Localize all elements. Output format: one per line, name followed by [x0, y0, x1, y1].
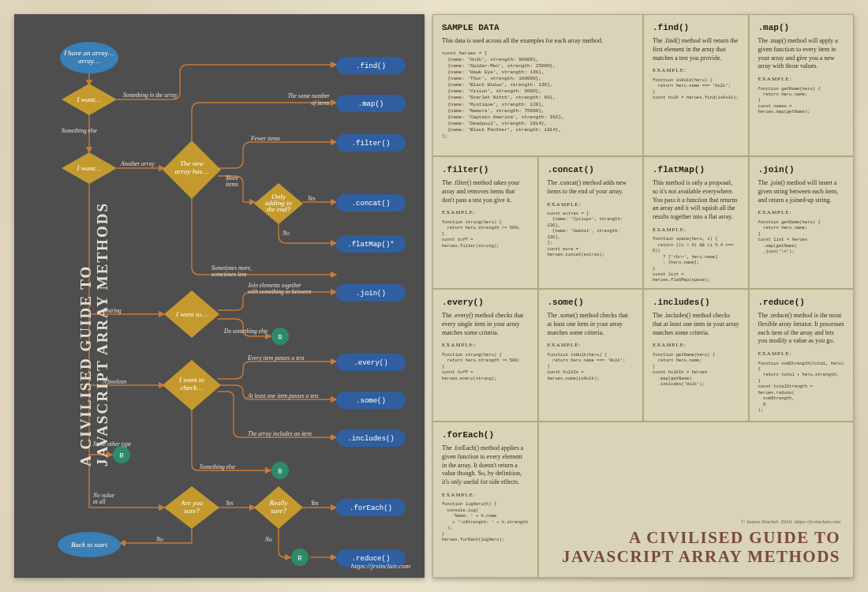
svg-text:The newarray has…: The newarray has… — [175, 159, 209, 175]
attribution: https://jrsinclair.com — [351, 562, 410, 570]
cell-concat: .concat()The .concat() method adds new i… — [538, 156, 644, 289]
result-includes: .includes() — [336, 429, 406, 447]
result-join: .join() — [336, 284, 406, 302]
result-some: .some() — [336, 392, 406, 409]
svg-text:Do something else: Do something else — [223, 328, 268, 335]
svg-text:.includes(): .includes() — [347, 435, 394, 443]
svg-text:Something else: Something else — [62, 127, 98, 134]
cell-reduce: .reduce()The .reduce() method is the mos… — [749, 289, 855, 422]
svg-text:.map(): .map() — [358, 100, 383, 108]
cell-foreach: .forEach()The .forEach() method applies … — [432, 422, 538, 578]
svg-text:.forEach(): .forEach() — [350, 504, 392, 512]
svg-text:No: No — [264, 536, 272, 543]
result-every: .every() — [336, 354, 406, 371]
title-block: © James Sinclair 2018. https://jrsinclai… — [538, 422, 855, 578]
svg-text:R: R — [297, 555, 302, 563]
cell-filter: .filter()The .filter() method takes your… — [432, 156, 538, 289]
node-want2: I want… — [77, 164, 102, 172]
reference-panel: SAMPLE DATA This data is used across all… — [432, 14, 854, 578]
svg-text:Reallysure?: Reallysure? — [269, 499, 288, 515]
svg-text:.join(): .join() — [356, 290, 386, 298]
cell-sample: SAMPLE DATA This data is used across all… — [432, 14, 643, 156]
svg-text:Yes: Yes — [311, 500, 319, 507]
result-map: .map() — [336, 95, 406, 112]
svg-text:Another array: Another array — [120, 160, 155, 167]
cell-some: .some()The .some() method checks that at… — [538, 289, 644, 422]
node-start: I have an array… — [63, 49, 114, 57]
svg-text:.filter(): .filter() — [352, 140, 391, 148]
svg-text:Every item passes a test: Every item passes a test — [247, 354, 305, 362]
node-want1: I want… — [77, 96, 102, 103]
svg-text:I want tocheck…: I want tocheck… — [178, 376, 205, 392]
svg-text:Fewer items: Fewer items — [250, 135, 280, 142]
svg-text:Moreitems: Moreitems — [225, 174, 239, 188]
svg-text:Yes: Yes — [226, 500, 234, 507]
svg-text:Join elements togetherwith som: Join elements togetherwith something in-… — [248, 282, 312, 295]
node-iwantto: I want to… — [175, 310, 208, 318]
result-foreach: .forEach() — [336, 499, 406, 516]
svg-text:Sometimes more,sometimes less: Sometimes more,sometimes less — [211, 264, 252, 278]
svg-text:.every(): .every() — [354, 359, 387, 367]
svg-text:.flatMap()*: .flatMap()* — [347, 241, 394, 249]
svg-text:Something in the array: Something in the array — [123, 92, 178, 99]
svg-text:No: No — [282, 230, 290, 237]
result-flatmap: .flatMap()* — [336, 235, 406, 253]
page-title-vertical: A CIVILISED GUIDE TO JAVASCRIPT ARRAY ME… — [78, 198, 111, 466]
svg-text:R: R — [278, 468, 282, 476]
result-filter: .filter() — [336, 134, 406, 152]
flowchart-svg: .bub { fill:#3a7fb5; } .dia { fill:#c49a… — [14, 14, 425, 578]
cell-find: .find()The .find() method will return th… — [643, 14, 749, 156]
flowchart-panel: A CIVILISED GUIDE TO JAVASCRIPT ARRAY ME… — [14, 14, 425, 578]
cell-includes: .includes()The .includes() method checks… — [643, 289, 749, 422]
svg-text:R: R — [119, 452, 124, 460]
page-title: A CIVILISED GUIDE TO JAVASCRIPT ARRAY ME… — [552, 528, 841, 566]
svg-text:.find(): .find() — [356, 62, 386, 70]
svg-text:At least one item passes a tes: At least one item passes a test — [247, 392, 319, 399]
result-find: .find() — [336, 57, 406, 74]
cell-map: .map()The .map() method will apply a giv… — [749, 14, 855, 156]
cell-every: .every()The .every() method checks that … — [432, 289, 538, 422]
svg-text:The same numberof items: The same numberof items — [288, 92, 330, 107]
node-back: Back to start — [71, 541, 107, 549]
svg-text:The array includes an item: The array includes an item — [248, 430, 312, 437]
svg-text:No: No — [155, 536, 163, 543]
cell-join: .join()The .join() method will insert a … — [749, 156, 855, 289]
svg-text:.some(): .some() — [356, 397, 386, 405]
result-concat: .concat() — [336, 194, 406, 212]
svg-text:R: R — [278, 334, 282, 342]
svg-text:Something else: Something else — [200, 463, 236, 470]
svg-text:Yes: Yes — [308, 195, 316, 202]
cell-flatmap: .flatMap()This method is only a proposal… — [643, 156, 749, 289]
svg-text:No valueat all: No valueat all — [92, 492, 115, 505]
svg-text:.concat(): .concat() — [352, 200, 391, 208]
